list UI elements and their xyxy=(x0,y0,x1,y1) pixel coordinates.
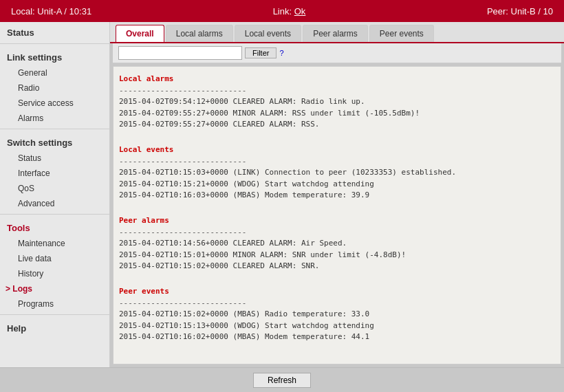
peer-info: Peer: Unit-B / 10 xyxy=(487,6,553,17)
sidebar-tools-title: Tools xyxy=(0,217,109,236)
link-status[interactable]: Ok xyxy=(294,6,306,17)
peer-events-title: Peer events xyxy=(119,286,555,298)
local-alarms-title: Local alarms xyxy=(119,74,555,85)
sidebar-link-settings-title: Link settings xyxy=(0,47,109,65)
filter-input[interactable] xyxy=(118,46,242,60)
log-container: Local alarms ---------------------------… xyxy=(113,66,561,364)
filter-row: Filter ? xyxy=(113,43,561,63)
local-time: 10:31 xyxy=(69,6,92,17)
local-event-line-2: 2015-04-02T10:15:21+0000 (WDOG) Start wa… xyxy=(119,179,555,190)
local-info: Local: Unit-A / 10:31 xyxy=(11,6,91,17)
sidebar-item-logs[interactable]: Logs xyxy=(0,281,109,296)
sidebar-item-live-data[interactable]: Live data xyxy=(0,251,109,266)
peer-event-line-3: 2015-04-02T10:16:02+0000 (MBAS) Modem te… xyxy=(119,331,555,343)
sidebar-item-status[interactable]: Status xyxy=(0,151,109,166)
bottom-bar: Refresh xyxy=(0,367,564,392)
local-alarm-line-1: 2015-04-02T09:54:12+0000 CLEARED ALARM: … xyxy=(119,96,555,108)
sidebar-item-interface[interactable]: Interface xyxy=(0,166,109,181)
filter-button[interactable]: Filter xyxy=(245,47,276,58)
peer-alarm-line-1: 2015-04-02T10:14:56+0000 CLEARED ALARM: … xyxy=(119,238,555,250)
sidebar-item-radio[interactable]: Radio xyxy=(0,80,109,96)
local-event-line-1: 2015-04-02T10:15:03+0000 (LINK) Connecti… xyxy=(119,167,555,179)
tab-local-events[interactable]: Local events xyxy=(235,25,301,42)
tab-peer-alarms[interactable]: Peer alarms xyxy=(303,25,368,42)
sidebar-item-history[interactable]: History xyxy=(0,266,109,281)
refresh-button[interactable]: Refresh xyxy=(253,373,311,388)
link-info: Link: Ok xyxy=(273,6,306,17)
sidebar-item-alarms[interactable]: Alarms xyxy=(0,111,109,126)
tab-local-alarms[interactable]: Local alarms xyxy=(166,25,233,42)
link-label: Link: xyxy=(273,6,292,17)
peer-event-line-1: 2015-04-02T10:15:02+0000 (MBAS) Radio te… xyxy=(119,309,555,320)
tab-peer-events[interactable]: Peer events xyxy=(369,25,434,42)
local-unit: Unit-A xyxy=(37,6,61,17)
sidebar-item-programs[interactable]: Programs xyxy=(0,296,109,312)
sidebar-item-advanced[interactable]: Advanced xyxy=(0,196,109,211)
sidebar-item-qos[interactable]: QoS xyxy=(0,181,109,196)
sidebar-item-general[interactable]: General xyxy=(0,65,109,80)
sidebar-item-service-access[interactable]: Service access xyxy=(0,96,109,111)
sidebar-switch-settings-title: Switch settings xyxy=(0,132,109,151)
peer-alarm-line-3: 2015-04-02T10:15:02+0000 CLEARED ALARM: … xyxy=(119,261,555,272)
peer-alarms-title: Peer alarms xyxy=(119,215,555,227)
peer-event-line-2: 2015-04-02T10:15:13+0000 (WDOG) Start wa… xyxy=(119,320,555,332)
local-alarms-separator: ---------------------------- xyxy=(119,85,555,97)
local-alarm-line-2: 2015-04-02T09:55:27+0000 MINOR ALARM: RS… xyxy=(119,108,555,120)
peer-alarm-line-2: 2015-04-02T10:15:01+0000 MINOR ALARM: SN… xyxy=(119,250,555,261)
peer-events-separator: ---------------------------- xyxy=(119,298,555,309)
content-area: Overall Local alarms Local events Peer a… xyxy=(110,22,564,367)
local-event-line-3: 2015-04-02T10:16:03+0000 (MBAS) Modem te… xyxy=(119,190,555,202)
sidebar-item-maintenance[interactable]: Maintenance xyxy=(0,236,109,251)
sidebar-status-title: Status xyxy=(0,22,109,41)
peer-label: Peer: xyxy=(487,6,508,17)
local-events-title: Local events xyxy=(119,144,555,156)
sidebar: Status Link settings General Radio Servi… xyxy=(0,22,110,367)
local-label: Local: xyxy=(11,6,35,17)
local-alarm-line-3: 2015-04-02T09:55:27+0000 CLEARED ALARM: … xyxy=(119,119,555,131)
filter-help[interactable]: ? xyxy=(279,49,283,57)
top-bar: Local: Unit-A / 10:31 Link: Ok Peer: Uni… xyxy=(0,0,564,22)
sidebar-help-title: Help xyxy=(0,318,109,336)
tabs: Overall Local alarms Local events Peer a… xyxy=(110,22,564,43)
tab-overall[interactable]: Overall xyxy=(116,25,164,42)
local-events-separator: ---------------------------- xyxy=(119,156,555,168)
peer-alarms-separator: ---------------------------- xyxy=(119,227,555,239)
peer-unit: Unit-B / 10 xyxy=(511,6,553,17)
